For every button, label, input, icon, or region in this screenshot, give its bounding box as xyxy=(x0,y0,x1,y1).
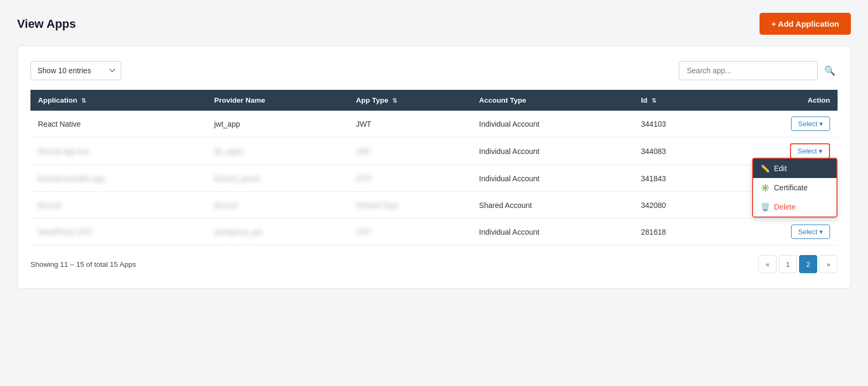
cell-provider: blurred_prov3 xyxy=(207,165,348,192)
sort-icon-id: ⇅ xyxy=(652,97,656,104)
table-footer: Showing 11 – 15 of total 15 Apps « 1 2 » xyxy=(30,255,838,273)
main-card: Show 5 entries Show 10 entries Show 25 e… xyxy=(17,45,851,289)
cell-id: 281618 xyxy=(633,219,719,245)
cell-id: 344103 xyxy=(633,111,719,137)
cell-account-type: Individual Account xyxy=(471,219,633,245)
pagination-page-2[interactable]: 2 xyxy=(799,255,817,273)
select-button-row1[interactable]: Select ▾ xyxy=(791,117,830,131)
table-row: WordPress OTP wordpress_jwt OTP Individu… xyxy=(30,219,838,245)
pagination: « 1 2 » xyxy=(758,255,838,273)
dropdown-delete[interactable]: 🗑️ Delete xyxy=(753,197,836,217)
col-provider-name: Provider Name xyxy=(207,90,348,111)
cell-id: 344083 xyxy=(633,137,719,165)
cell-id: 342080 xyxy=(633,192,719,219)
cell-account-type: Individual Account xyxy=(471,111,633,137)
showing-text: Showing 11 – 15 of total 15 Apps xyxy=(30,260,136,268)
table-row: blurred blurred Shared Type Shared Accou… xyxy=(30,192,838,219)
cell-account-type: Individual Account xyxy=(471,137,633,165)
select-button-row5[interactable]: Select ▾ xyxy=(791,225,830,239)
pagination-page-1[interactable]: 1 xyxy=(779,255,797,273)
pagination-prev[interactable]: « xyxy=(758,255,777,273)
col-id: Id ⇅ xyxy=(633,90,719,111)
cell-app-type: Shared Type xyxy=(348,192,471,219)
page-title: View Apps xyxy=(17,17,76,31)
certificate-label: Certificate xyxy=(774,183,808,192)
cell-app-type: JWT xyxy=(348,137,471,165)
table-row: blurred provider app blurred_prov3 OTP I… xyxy=(30,165,838,192)
col-action: Action xyxy=(719,90,838,111)
cell-app-type: OTP xyxy=(348,219,471,245)
cell-action: Select ▾ xyxy=(719,111,838,137)
cell-app-type: JWT xyxy=(348,111,471,137)
delete-icon: 🗑️ xyxy=(761,203,770,211)
cell-application: blurred app two xyxy=(30,137,207,165)
dropdown-edit[interactable]: ✏️ Edit xyxy=(753,159,836,178)
cell-application: WordPress OTP xyxy=(30,219,207,245)
cell-action: Select ▾ ✏️ Edit ✳️ Certificate xyxy=(719,137,838,165)
table-row: React Native jwt_app JWT Individual Acco… xyxy=(30,111,838,137)
col-application: Application ⇅ xyxy=(30,90,207,111)
cell-account-type: Shared Account xyxy=(471,192,633,219)
search-box: 🔍 xyxy=(679,61,838,80)
page-header: View Apps + Add Application xyxy=(17,13,851,35)
cell-provider: jwt_app xyxy=(207,111,348,137)
table-controls: Show 5 entries Show 10 entries Show 25 e… xyxy=(30,61,838,80)
action-dropdown: ✏️ Edit ✳️ Certificate 🗑️ Delete xyxy=(752,158,838,218)
select-button-row2[interactable]: Select ▾ xyxy=(790,143,830,159)
edit-label: Edit xyxy=(774,164,787,173)
col-account-type: Account Type xyxy=(471,90,633,111)
cell-application: React Native xyxy=(30,111,207,137)
dropdown-certificate[interactable]: ✳️ Certificate xyxy=(753,178,836,197)
col-app-type: App Type ⇅ xyxy=(348,90,471,111)
search-input[interactable] xyxy=(679,61,818,80)
cell-application: blurred provider app xyxy=(30,165,207,192)
delete-label: Delete xyxy=(774,203,795,211)
table-row: blurred app two blr_app2 JWT Individual … xyxy=(30,137,838,165)
cell-id: 341843 xyxy=(633,165,719,192)
cell-provider: wordpress_jwt xyxy=(207,219,348,245)
sort-icon-app-type: ⇅ xyxy=(392,97,397,104)
add-application-button[interactable]: + Add Application xyxy=(759,13,851,35)
cell-provider: blr_app2 xyxy=(207,137,348,165)
cell-action: Select ▾ xyxy=(719,219,838,245)
edit-icon: ✏️ xyxy=(761,164,770,173)
sort-icon-application: ⇅ xyxy=(81,97,86,104)
search-button[interactable]: 🔍 xyxy=(822,63,838,79)
cell-provider: blurred xyxy=(207,192,348,219)
apps-table: Application ⇅ Provider Name App Type ⇅ A… xyxy=(30,90,838,245)
cell-app-type: OTP xyxy=(348,165,471,192)
pagination-next[interactable]: » xyxy=(819,255,838,273)
cell-account-type: Individual Account xyxy=(471,165,633,192)
cell-application: blurred xyxy=(30,192,207,219)
entries-select[interactable]: Show 5 entries Show 10 entries Show 25 e… xyxy=(30,61,121,80)
certificate-icon: ✳️ xyxy=(761,183,770,192)
